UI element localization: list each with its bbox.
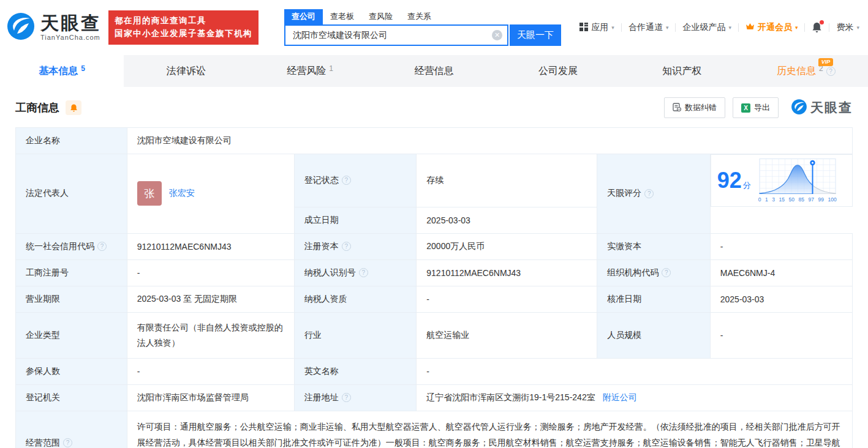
search-input[interactable] bbox=[293, 31, 492, 40]
data-correction-button[interactable]: 数据纠错 bbox=[664, 97, 725, 118]
score-distribution-chart: 0 1 3 15 50 85 97 99 100 bbox=[758, 159, 837, 203]
divider bbox=[829, 23, 829, 32]
correction-label: 数据纠错 bbox=[685, 102, 717, 113]
english-name-value: - bbox=[417, 358, 853, 384]
staff-size-value: - bbox=[710, 312, 852, 358]
table-row: 经营范围? 许可项目：通用航空服务；公共航空运输；商业非运输、私用大型航空器运营… bbox=[16, 411, 853, 448]
nearby-companies-link[interactable]: 附近公司 bbox=[603, 392, 637, 403]
label-text: 注册地址 bbox=[304, 392, 339, 403]
taxpayer-quality-value: - bbox=[417, 286, 597, 312]
table-row: 企业名称 沈阳市空域建设有限公司 bbox=[16, 128, 853, 154]
nav-apps-label: 应用 bbox=[591, 22, 608, 33]
credit-code-label: 统一社会信用代码? bbox=[16, 233, 127, 259]
paid-capital-value: - bbox=[710, 233, 852, 259]
tianyancha-logo-icon bbox=[791, 99, 807, 118]
nav-vip[interactable]: 开通会员 ▾ bbox=[745, 22, 798, 33]
tick: 97 bbox=[809, 196, 814, 203]
reg-status-value: 存续 bbox=[417, 154, 597, 207]
tab-company-development[interactable]: 公司发展 bbox=[496, 55, 620, 87]
table-row: 法定代表人 张 张宏安 登记状态? 存续 天眼评分? 92分 bbox=[16, 154, 853, 207]
legal-rep-link[interactable]: 张宏安 bbox=[169, 188, 195, 199]
username: 费米 bbox=[836, 22, 853, 33]
chevron-down-icon: ▾ bbox=[795, 24, 798, 31]
table-row: 营业期限 2025-03-03 至 无固定期限 纳税人资质 - 核准日期 202… bbox=[16, 286, 853, 312]
score-value: 92 bbox=[717, 168, 742, 193]
brand-slogan: 都在用的商业查询工具 国家中小企业发展子基金旗下机构 bbox=[108, 10, 259, 45]
tab-operating-info[interactable]: 经营信息 bbox=[372, 55, 496, 87]
approval-date-label: 核准日期 bbox=[597, 286, 710, 312]
tab-label: 经营风险 bbox=[287, 65, 326, 78]
score-label: 天眼评分? bbox=[597, 154, 710, 234]
question-icon[interactable]: ? bbox=[342, 176, 351, 185]
search-tab-boss[interactable]: 查老板 bbox=[323, 9, 361, 24]
tab-legal-proceedings[interactable]: 法律诉讼 bbox=[124, 55, 247, 87]
question-icon[interactable]: ? bbox=[342, 393, 351, 402]
reg-capital-label: 注册资本? bbox=[294, 233, 416, 259]
nav-partner[interactable]: 合作通道 ▾ bbox=[628, 22, 669, 33]
org-code-value: MAEC6NMJ-4 bbox=[710, 259, 852, 286]
question-icon[interactable]: ? bbox=[644, 189, 654, 198]
chevron-down-icon: ▾ bbox=[856, 24, 859, 31]
slogan-line1: 都在用的商业查询工具 bbox=[115, 15, 252, 28]
tab-label: 经营信息 bbox=[414, 65, 453, 78]
table-row: 工商注册号 - 纳税人识别号? 91210112MAEC6NMJ43 组织机构代… bbox=[16, 259, 853, 286]
label-text: 注册资本 bbox=[304, 241, 339, 252]
industry-value: 航空运输业 bbox=[417, 312, 597, 358]
tick: 3 bbox=[772, 196, 775, 203]
search-tab-relation[interactable]: 查关系 bbox=[400, 9, 439, 24]
notifications-bell-icon[interactable] bbox=[812, 22, 822, 33]
question-icon[interactable]: ? bbox=[359, 268, 368, 277]
tick: 1 bbox=[765, 196, 768, 203]
avatar[interactable]: 张 bbox=[137, 181, 162, 206]
brand-name: 天眼查 bbox=[40, 14, 101, 32]
top-nav: 应用 ▾ 合作通道 ▾ 企业级产品 ▾ 开通会员 ▾ 费米 ▾ bbox=[579, 22, 859, 33]
subscribe-bell-icon[interactable] bbox=[66, 100, 81, 115]
tab-operating-risk[interactable]: 经营风险 1 bbox=[248, 55, 372, 87]
chart-axis-ticks: 0 1 3 15 50 85 97 99 100 bbox=[758, 196, 837, 203]
english-name-label: 英文名称 bbox=[294, 358, 416, 384]
paid-capital-label: 实缴资本 bbox=[597, 233, 710, 259]
insured-count-value: - bbox=[127, 358, 294, 384]
company-type-label: 企业类型 bbox=[16, 312, 127, 358]
legal-rep-cell: 张 张宏安 bbox=[127, 154, 294, 234]
legal-rep-label: 法定代表人 bbox=[16, 154, 127, 234]
tick: 50 bbox=[789, 196, 794, 203]
nav-apps[interactable]: 应用 ▾ bbox=[579, 22, 614, 33]
table-row: 登记机关 沈阳市浑南区市场监督管理局 注册地址? 辽宁省沈阳市浑南区文溯街19-… bbox=[16, 384, 853, 411]
tab-history-info[interactable]: VIP 历史信息 2 ? bbox=[744, 55, 868, 87]
divider bbox=[738, 23, 739, 32]
question-icon[interactable]: ? bbox=[63, 438, 72, 447]
business-info-table: 企业名称 沈阳市空域建设有限公司 法定代表人 张 张宏安 登记状态? 存续 天眼… bbox=[15, 127, 853, 448]
question-icon[interactable]: ? bbox=[826, 67, 836, 76]
label-text: 天眼评分 bbox=[607, 188, 641, 199]
label-text: 组织机构代码 bbox=[607, 267, 659, 278]
search-button[interactable]: 天眼一下 bbox=[510, 24, 561, 46]
tab-intellectual-property[interactable]: 知识产权 bbox=[620, 55, 744, 87]
credit-code-value: 91210112MAEC6NMJ43 bbox=[127, 233, 294, 259]
section-title: 工商信息 bbox=[15, 100, 59, 115]
correction-doc-icon bbox=[673, 103, 681, 113]
table-row: 统一社会信用代码? 91210112MAEC6NMJ43 注册资本? 20000… bbox=[16, 233, 853, 259]
chevron-down-icon: ▾ bbox=[728, 24, 731, 31]
search-tab-risk[interactable]: 查风险 bbox=[361, 9, 400, 24]
crown-icon bbox=[745, 23, 755, 32]
export-button[interactable]: X 导出 bbox=[733, 97, 779, 118]
search-tabs: 查公司 查老板 查风险 查关系 bbox=[284, 9, 561, 24]
apps-grid-icon bbox=[579, 23, 588, 33]
reg-capital-value: 20000万人民币 bbox=[417, 233, 597, 259]
clear-search-icon[interactable]: ✕ bbox=[492, 30, 502, 40]
search-tab-company[interactable]: 查公司 bbox=[284, 9, 323, 24]
nav-vip-label: 开通会员 bbox=[758, 22, 792, 33]
question-icon[interactable]: ? bbox=[97, 242, 107, 251]
tab-count: 1 bbox=[329, 64, 333, 73]
nav-user-menu[interactable]: 费米 ▾ bbox=[836, 22, 859, 33]
nav-enterprise[interactable]: 企业级产品 ▾ bbox=[682, 22, 731, 33]
slogan-line2: 国家中小企业发展子基金旗下机构 bbox=[115, 28, 252, 40]
tianyancha-logo[interactable]: 天眼查 TianYanCha.com bbox=[6, 12, 101, 43]
notification-dot bbox=[820, 20, 824, 24]
question-icon[interactable]: ? bbox=[342, 242, 351, 251]
question-icon[interactable]: ? bbox=[662, 268, 671, 277]
taxpayer-id-label: 纳税人识别号? bbox=[294, 259, 416, 286]
establish-date-value: 2025-03-03 bbox=[417, 207, 597, 233]
tab-basic-info[interactable]: 基本信息 5 bbox=[0, 55, 124, 87]
